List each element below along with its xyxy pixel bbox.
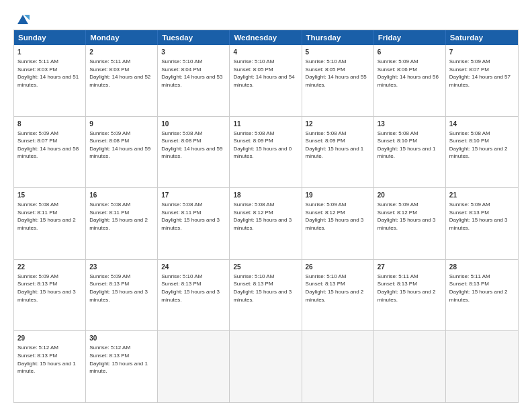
cell-info: Sunrise: 5:10 AMSunset: 8:05 PMDaylight:… bbox=[306, 58, 370, 89]
cal-header-day: Friday bbox=[374, 30, 446, 45]
calendar-cell: 16Sunrise: 5:08 AMSunset: 8:11 PMDayligh… bbox=[86, 188, 158, 259]
cell-info: Sunrise: 5:08 AMSunset: 8:10 PMDaylight:… bbox=[378, 130, 442, 161]
day-number: 28 bbox=[449, 263, 515, 272]
calendar-cell: 7Sunrise: 5:09 AMSunset: 8:07 PMDaylight… bbox=[446, 45, 518, 116]
cell-info: Sunrise: 5:08 AMSunset: 8:09 PMDaylight:… bbox=[306, 130, 370, 161]
day-number: 17 bbox=[161, 191, 226, 200]
cell-info: Sunrise: 5:10 AMSunset: 8:13 PMDaylight:… bbox=[161, 273, 226, 304]
day-number: 1 bbox=[17, 48, 82, 57]
day-number: 4 bbox=[233, 48, 298, 57]
cell-info: Sunrise: 5:12 AMSunset: 8:13 PMDaylight:… bbox=[17, 344, 82, 375]
cal-header-day: Tuesday bbox=[158, 30, 230, 45]
cell-info: Sunrise: 5:10 AMSunset: 8:13 PMDaylight:… bbox=[233, 273, 298, 304]
header bbox=[13, 12, 519, 24]
calendar-cell: 22Sunrise: 5:09 AMSunset: 8:13 PMDayligh… bbox=[14, 260, 86, 331]
day-number: 23 bbox=[89, 263, 154, 272]
calendar-cell: 6Sunrise: 5:09 AMSunset: 8:06 PMDaylight… bbox=[374, 45, 446, 116]
cell-info: Sunrise: 5:09 AMSunset: 8:12 PMDaylight:… bbox=[378, 201, 442, 232]
cell-info: Sunrise: 5:09 AMSunset: 8:06 PMDaylight:… bbox=[378, 58, 442, 89]
calendar-cell bbox=[302, 331, 374, 402]
day-number: 9 bbox=[89, 120, 154, 129]
calendar-cell bbox=[374, 331, 446, 402]
calendar-cell: 26Sunrise: 5:10 AMSunset: 8:13 PMDayligh… bbox=[302, 260, 374, 331]
day-number: 30 bbox=[89, 334, 154, 343]
day-number: 13 bbox=[378, 120, 442, 129]
calendar-cell: 24Sunrise: 5:10 AMSunset: 8:13 PMDayligh… bbox=[158, 260, 230, 331]
calendar-week-row: 8Sunrise: 5:09 AMSunset: 8:07 PMDaylight… bbox=[14, 117, 518, 189]
cell-info: Sunrise: 5:11 AMSunset: 8:13 PMDaylight:… bbox=[449, 273, 515, 304]
cell-info: Sunrise: 5:08 AMSunset: 8:09 PMDaylight:… bbox=[233, 130, 298, 161]
cal-header-day: Saturday bbox=[446, 30, 518, 45]
calendar-cell: 30Sunrise: 5:12 AMSunset: 8:13 PMDayligh… bbox=[86, 331, 158, 402]
day-number: 11 bbox=[233, 120, 298, 129]
calendar-cell: 10Sunrise: 5:08 AMSunset: 8:08 PMDayligh… bbox=[158, 117, 230, 188]
day-number: 20 bbox=[378, 191, 442, 200]
calendar-cell: 11Sunrise: 5:08 AMSunset: 8:09 PMDayligh… bbox=[230, 117, 302, 188]
calendar-cell bbox=[446, 331, 518, 402]
day-number: 26 bbox=[306, 263, 370, 272]
cal-header-day: Thursday bbox=[302, 30, 374, 45]
calendar-cell: 13Sunrise: 5:08 AMSunset: 8:10 PMDayligh… bbox=[374, 117, 446, 188]
cal-header-day: Monday bbox=[86, 30, 158, 45]
calendar-week-row: 22Sunrise: 5:09 AMSunset: 8:13 PMDayligh… bbox=[14, 260, 518, 332]
calendar-cell: 23Sunrise: 5:09 AMSunset: 8:13 PMDayligh… bbox=[86, 260, 158, 331]
day-number: 14 bbox=[449, 120, 515, 129]
calendar-week-row: 1Sunrise: 5:11 AMSunset: 8:03 PMDaylight… bbox=[14, 45, 518, 117]
calendar-cell: 17Sunrise: 5:08 AMSunset: 8:11 PMDayligh… bbox=[158, 188, 230, 259]
calendar-cell: 15Sunrise: 5:08 AMSunset: 8:11 PMDayligh… bbox=[14, 188, 86, 259]
day-number: 27 bbox=[378, 263, 442, 272]
calendar-cell: 4Sunrise: 5:10 AMSunset: 8:05 PMDaylight… bbox=[230, 45, 302, 116]
day-number: 15 bbox=[17, 191, 82, 200]
calendar-header: SundayMondayTuesdayWednesdayThursdayFrid… bbox=[14, 30, 518, 45]
day-number: 7 bbox=[449, 48, 515, 57]
calendar-cell bbox=[230, 331, 302, 402]
cell-info: Sunrise: 5:09 AMSunset: 8:12 PMDaylight:… bbox=[306, 201, 370, 232]
calendar-cell: 27Sunrise: 5:11 AMSunset: 8:13 PMDayligh… bbox=[374, 260, 446, 331]
cell-info: Sunrise: 5:09 AMSunset: 8:07 PMDaylight:… bbox=[17, 130, 82, 161]
calendar-cell: 2Sunrise: 5:11 AMSunset: 8:03 PMDaylight… bbox=[86, 45, 158, 116]
cell-info: Sunrise: 5:10 AMSunset: 8:04 PMDaylight:… bbox=[161, 58, 226, 89]
calendar: SundayMondayTuesdayWednesdayThursdayFrid… bbox=[13, 30, 519, 403]
day-number: 22 bbox=[17, 263, 82, 272]
day-number: 12 bbox=[306, 120, 370, 129]
cal-header-day: Sunday bbox=[14, 30, 86, 45]
cell-info: Sunrise: 5:09 AMSunset: 8:13 PMDaylight:… bbox=[449, 201, 515, 232]
calendar-cell: 18Sunrise: 5:08 AMSunset: 8:12 PMDayligh… bbox=[230, 188, 302, 259]
cell-info: Sunrise: 5:09 AMSunset: 8:08 PMDaylight:… bbox=[89, 130, 154, 161]
day-number: 18 bbox=[233, 191, 298, 200]
day-number: 5 bbox=[306, 48, 370, 57]
cell-info: Sunrise: 5:11 AMSunset: 8:03 PMDaylight:… bbox=[89, 58, 154, 89]
cell-info: Sunrise: 5:10 AMSunset: 8:05 PMDaylight:… bbox=[233, 58, 298, 89]
page: SundayMondayTuesdayWednesdayThursdayFrid… bbox=[0, 0, 532, 411]
calendar-cell: 8Sunrise: 5:09 AMSunset: 8:07 PMDaylight… bbox=[14, 117, 86, 188]
cell-info: Sunrise: 5:12 AMSunset: 8:13 PMDaylight:… bbox=[89, 344, 154, 375]
day-number: 6 bbox=[378, 48, 442, 57]
day-number: 21 bbox=[449, 191, 515, 200]
cell-info: Sunrise: 5:09 AMSunset: 8:07 PMDaylight:… bbox=[449, 58, 515, 89]
day-number: 8 bbox=[17, 120, 82, 129]
day-number: 25 bbox=[233, 263, 298, 272]
day-number: 10 bbox=[161, 120, 226, 129]
day-number: 3 bbox=[161, 48, 226, 57]
cell-info: Sunrise: 5:10 AMSunset: 8:13 PMDaylight:… bbox=[306, 273, 370, 304]
cell-info: Sunrise: 5:08 AMSunset: 8:12 PMDaylight:… bbox=[233, 201, 298, 232]
calendar-cell: 19Sunrise: 5:09 AMSunset: 8:12 PMDayligh… bbox=[302, 188, 374, 259]
cell-info: Sunrise: 5:08 AMSunset: 8:11 PMDaylight:… bbox=[17, 201, 82, 232]
calendar-body: 1Sunrise: 5:11 AMSunset: 8:03 PMDaylight… bbox=[14, 45, 518, 402]
cell-info: Sunrise: 5:08 AMSunset: 8:11 PMDaylight:… bbox=[161, 201, 226, 232]
logo bbox=[13, 12, 30, 24]
calendar-cell: 5Sunrise: 5:10 AMSunset: 8:05 PMDaylight… bbox=[302, 45, 374, 116]
cell-info: Sunrise: 5:09 AMSunset: 8:13 PMDaylight:… bbox=[89, 273, 154, 304]
cell-info: Sunrise: 5:11 AMSunset: 8:03 PMDaylight:… bbox=[17, 58, 82, 89]
cal-header-day: Wednesday bbox=[230, 30, 302, 45]
calendar-cell: 25Sunrise: 5:10 AMSunset: 8:13 PMDayligh… bbox=[230, 260, 302, 331]
calendar-cell: 14Sunrise: 5:08 AMSunset: 8:10 PMDayligh… bbox=[446, 117, 518, 188]
cell-info: Sunrise: 5:09 AMSunset: 8:13 PMDaylight:… bbox=[17, 273, 82, 304]
cell-info: Sunrise: 5:08 AMSunset: 8:08 PMDaylight:… bbox=[161, 130, 226, 161]
day-number: 2 bbox=[89, 48, 154, 57]
day-number: 19 bbox=[306, 191, 370, 200]
cell-info: Sunrise: 5:08 AMSunset: 8:10 PMDaylight:… bbox=[449, 130, 515, 161]
calendar-cell: 21Sunrise: 5:09 AMSunset: 8:13 PMDayligh… bbox=[446, 188, 518, 259]
calendar-cell: 9Sunrise: 5:09 AMSunset: 8:08 PMDaylight… bbox=[86, 117, 158, 188]
calendar-cell: 28Sunrise: 5:11 AMSunset: 8:13 PMDayligh… bbox=[446, 260, 518, 331]
